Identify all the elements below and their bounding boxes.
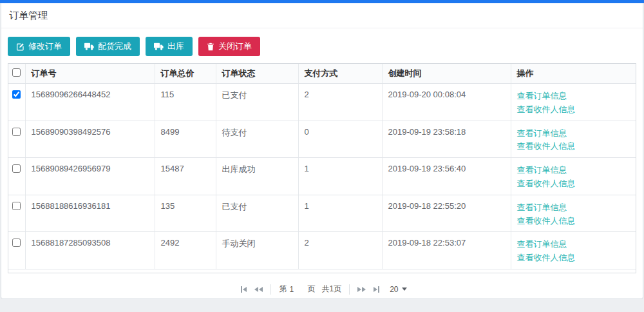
pay-method-cell: 1 xyxy=(298,158,382,195)
table-row[interactable]: 15689089426956979 15487 出库成功 1 2019-09-1… xyxy=(8,158,636,195)
created-cell: 2019-09-19 23:56:40 xyxy=(382,158,511,195)
edit-order-label: 修改订单 xyxy=(28,41,62,52)
view-order-info-link[interactable]: 查看订单信息 xyxy=(517,201,634,215)
truck-icon xyxy=(84,43,94,50)
first-page-icon[interactable] xyxy=(237,286,251,293)
toolbar: 修改订单 配货完成 出库 xyxy=(1,28,643,63)
total-cell: 8499 xyxy=(155,121,216,158)
row-checkbox[interactable] xyxy=(12,239,21,247)
row-checkbox[interactable] xyxy=(12,90,21,99)
action-cell: 查看订单信息 查看收件人信息 xyxy=(511,121,636,158)
total-cell: 115 xyxy=(155,84,216,121)
status-cell: 出库成功 xyxy=(216,158,298,195)
page-size-select[interactable]: 20 xyxy=(390,285,406,294)
row-checkbox[interactable] xyxy=(12,164,21,173)
orders-table: 订单号 订单总价 订单状态 支付方式 创建时间 操作 1568909626644… xyxy=(8,64,636,269)
page-size-value: 20 xyxy=(390,285,398,294)
order-no-cell: 15689089426956979 xyxy=(25,158,155,195)
table-row[interactable]: 15689090398492576 8499 待支付 0 2019-09-19 … xyxy=(8,121,636,158)
order-management-panel: 订单管理 修改订单 配货完成 xyxy=(1,3,643,299)
column-header-total: 订单总价 xyxy=(155,64,216,84)
order-no-cell: 15688188616936181 xyxy=(25,195,155,232)
pagination-bar: 第 页 共1页 20 xyxy=(1,273,643,305)
prev-page-icon[interactable] xyxy=(251,287,267,292)
view-recipient-info-link[interactable]: 查看收件人信息 xyxy=(517,140,634,153)
pager-divider xyxy=(270,284,271,295)
picking-complete-button[interactable]: 配货完成 xyxy=(76,37,140,56)
orders-grid: 订单号 订单总价 订单状态 支付方式 创建时间 操作 1568909626644… xyxy=(8,63,636,273)
edit-icon xyxy=(16,43,24,51)
pay-method-cell: 2 xyxy=(298,232,382,269)
pager-divider xyxy=(349,284,350,295)
row-checkbox[interactable] xyxy=(12,128,21,136)
view-order-info-link[interactable]: 查看订单信息 xyxy=(517,164,634,177)
picking-complete-label: 配货完成 xyxy=(98,41,131,52)
order-no-cell: 15689096266448452 xyxy=(25,84,155,121)
status-cell: 已支付 xyxy=(216,84,298,121)
created-cell: 2019-09-18 22:53:07 xyxy=(382,232,511,269)
pay-method-cell: 2 xyxy=(298,84,382,121)
column-header-order-no: 订单号 xyxy=(25,64,155,84)
view-order-info-link[interactable]: 查看订单信息 xyxy=(517,127,634,141)
page-suffix-label: 页 xyxy=(307,284,315,295)
table-header-row: 订单号 订单总价 订单状态 支付方式 创建时间 操作 xyxy=(8,64,636,84)
created-cell: 2019-09-20 00:08:04 xyxy=(382,84,511,121)
ship-out-label: 出库 xyxy=(167,41,184,52)
created-cell: 2019-09-18 22:55:20 xyxy=(382,195,511,232)
truck-icon xyxy=(154,43,164,50)
total-cell: 2492 xyxy=(155,232,216,269)
trash-icon xyxy=(207,43,214,51)
status-cell: 已支付 xyxy=(216,195,298,232)
page-prefix-label: 第 xyxy=(279,284,287,295)
created-cell: 2019-09-19 23:58:18 xyxy=(382,121,511,158)
total-pages-label: 共1页 xyxy=(321,284,341,295)
row-checkbox[interactable] xyxy=(12,202,21,210)
next-page-icon[interactable] xyxy=(354,287,370,292)
page-title: 订单管理 xyxy=(1,3,643,28)
column-header-created: 创建时间 xyxy=(382,64,511,84)
total-cell: 15487 xyxy=(155,158,216,195)
order-no-cell: 15688187285093508 xyxy=(25,232,155,269)
view-order-info-link[interactable]: 查看订单信息 xyxy=(517,90,634,103)
ship-out-button[interactable]: 出库 xyxy=(146,37,193,56)
column-header-pay-method: 支付方式 xyxy=(298,64,382,84)
view-order-info-link[interactable]: 查看订单信息 xyxy=(517,238,634,251)
table-row[interactable]: 15689096266448452 115 已支付 2 2019-09-20 0… xyxy=(8,84,636,121)
view-recipient-info-link[interactable]: 查看收件人信息 xyxy=(517,215,634,228)
close-order-label: 关闭订单 xyxy=(218,41,252,52)
close-order-button[interactable]: 关闭订单 xyxy=(198,37,260,56)
column-header-status: 订单状态 xyxy=(216,64,298,84)
column-header-action: 操作 xyxy=(511,64,636,84)
action-cell: 查看订单信息 查看收件人信息 xyxy=(511,232,636,269)
view-recipient-info-link[interactable]: 查看收件人信息 xyxy=(517,177,634,191)
page-number-input[interactable] xyxy=(288,285,307,294)
caret-down-icon xyxy=(402,288,407,291)
total-cell: 135 xyxy=(155,195,216,232)
action-cell: 查看订单信息 查看收件人信息 xyxy=(511,84,636,121)
last-page-icon[interactable] xyxy=(370,286,383,293)
view-recipient-info-link[interactable]: 查看收件人信息 xyxy=(517,103,634,117)
status-cell: 待支付 xyxy=(216,121,298,158)
edit-order-button[interactable]: 修改订单 xyxy=(8,37,70,56)
select-all-checkbox[interactable] xyxy=(12,68,21,77)
pay-method-cell: 1 xyxy=(298,195,382,232)
status-cell: 手动关闭 xyxy=(216,232,298,269)
table-row[interactable]: 15688187285093508 2492 手动关闭 2 2019-09-18… xyxy=(8,232,636,269)
order-no-cell: 15689090398492576 xyxy=(25,121,155,158)
view-recipient-info-link[interactable]: 查看收件人信息 xyxy=(517,251,634,265)
action-cell: 查看订单信息 查看收件人信息 xyxy=(511,158,636,195)
action-cell: 查看订单信息 查看收件人信息 xyxy=(511,195,636,232)
pay-method-cell: 0 xyxy=(298,121,382,158)
table-row[interactable]: 15688188616936181 135 已支付 1 2019-09-18 2… xyxy=(8,195,636,232)
